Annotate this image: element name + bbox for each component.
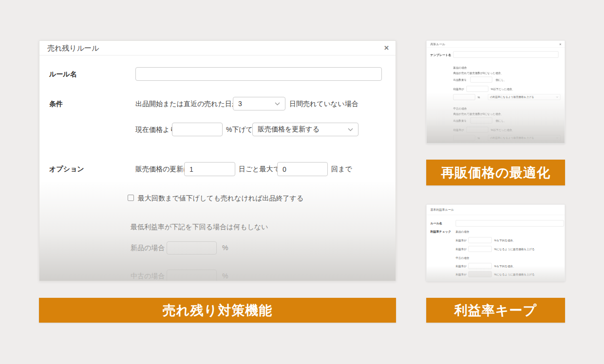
resale-used-action-value: の利益率になるよう販売価格を上げる <box>490 136 534 140</box>
resale-used-profit-input[interactable] <box>467 127 489 133</box>
profit-used-below-suffix: %を下回る場合、 <box>494 263 516 270</box>
profit-rule-dialog: 基本利益率ルール ルール名 利益率チェック 新品の場合 利益率が %を下回る場合… <box>426 204 565 281</box>
close-icon[interactable]: ✕ <box>559 41 562 48</box>
update-interval-input[interactable] <box>184 162 235 176</box>
feature-overview-canvas: 売れ残りルール ✕ ルール名 条件 出品開始または直近の売れた日から 3 日間売… <box>0 0 604 364</box>
days-select[interactable]: 3 <box>233 97 285 110</box>
profit-used-raise-suffix: %になるように販売価格を上げる <box>494 271 535 278</box>
resale-new-percent-unit: % <box>478 94 480 101</box>
profit-rule-name-label: ルール名 <box>431 220 442 227</box>
end-listing-checkbox-label: 最大回数まで値下げしても売れなければ出品終了する <box>138 193 303 203</box>
option-label: オプション <box>49 162 84 176</box>
price-action-select[interactable]: 販売価格を更新する <box>252 123 359 136</box>
price-suffix-text: %下げて <box>226 123 253 136</box>
price-prefix-text: 現在価格より <box>135 123 177 136</box>
resale-new-qty-suffix: 個にし、 <box>496 76 507 83</box>
profit-new-raise-input[interactable] <box>469 246 492 252</box>
resale-used-sold-note: 商品が売れて販売個数が0になった場合、 <box>453 111 504 117</box>
resale-used-percent-unit: % <box>478 135 480 142</box>
template-name-input[interactable] <box>453 52 559 58</box>
resale-used-qty-prefix: 出品数量を <box>453 117 467 124</box>
resale-rule-dialog: 再販ルール ✕ テンプレート名 新品の場合 商品が売れて販売個数が0になった場合… <box>426 40 565 144</box>
update-suffix-text: 回まで <box>331 162 352 176</box>
resale-new-case-label: 新品の場合 <box>453 65 467 71</box>
condition-suffix-text: 日間売れていない場合 <box>289 97 359 110</box>
resale-banner-label: 再販価格の最適化 <box>441 164 550 182</box>
resale-new-qty-prefix: 出品数量を <box>453 76 467 83</box>
profit-used-below-prefix: 利益率が <box>456 263 467 270</box>
new-case-unit: % <box>222 243 228 253</box>
resale-new-sold-note: 商品が売れて販売個数が0になった場合、 <box>453 71 504 76</box>
resale-used-qty-suffix: 個にし、 <box>496 117 507 124</box>
unsold-banner: 売れ残り対策機能 <box>39 298 396 323</box>
chevron-down-icon <box>275 102 280 106</box>
template-name-label: テンプレート名 <box>431 52 452 58</box>
min-profit-note: 最低利益率が下記を下回る場合は何もしない <box>131 222 268 232</box>
resale-used-target-input[interactable] <box>453 135 475 141</box>
resale-new-profit-prefix: 利益率が <box>453 86 464 92</box>
new-case-label: 新品の場合 <box>131 243 165 253</box>
resale-used-profit-suffix: %以下だった場合、 <box>491 127 515 133</box>
profit-check-label: 利益率チェック <box>431 229 452 235</box>
resale-new-qty-input[interactable] <box>471 77 492 83</box>
update-mid-text: 日ごと最大で <box>239 162 280 176</box>
profit-new-raise-prefix: 利益率が <box>456 246 467 253</box>
profit-used-below-input[interactable] <box>469 263 492 269</box>
used-case-percent-input[interactable] <box>167 270 217 281</box>
resale-used-case-label: 中古の場合 <box>453 106 467 111</box>
unsold-rule-dialog: 売れ残りルール ✕ ルール名 条件 出品開始または直近の売れた日から 3 日間売… <box>39 40 396 281</box>
days-select-value: 3 <box>238 100 242 108</box>
rule-name-label: ルール名 <box>49 69 77 79</box>
condition-prefix-text: 出品開始または直近の売れた日から <box>135 97 246 110</box>
resale-new-target-input[interactable] <box>453 94 475 100</box>
resale-dialog-wrapper: 再販ルール ✕ テンプレート名 新品の場合 商品が売れて販売個数が0になった場合… <box>426 40 565 144</box>
resale-banner: 再販価格の最適化 <box>426 160 565 185</box>
unsold-banner-label: 売れ残り対策機能 <box>163 302 272 319</box>
resale-dialog-header: 再販ルール ✕ <box>427 41 565 48</box>
profit-banner: 利益率キープ <box>426 298 565 323</box>
chevron-down-icon <box>556 96 559 98</box>
resale-new-action-value: の利益率になるよう販売価格を上げる <box>490 95 534 99</box>
profit-dialog-header: 基本利益率ルール <box>427 205 565 216</box>
condition-label: 条件 <box>49 97 63 110</box>
resale-dialog-title: 再販ルール <box>431 41 445 48</box>
resale-new-profit-input[interactable] <box>467 86 489 92</box>
profit-new-below-prefix: 利益率が <box>456 237 467 244</box>
unsold-dialog-title: 売れ残りルール <box>47 41 99 55</box>
profit-banner-label: 利益率キープ <box>454 302 537 319</box>
profit-dialog-title: 基本利益率ルール <box>431 205 454 215</box>
profit-new-raise-suffix: %になるように販売価格を上げる <box>494 246 535 253</box>
profit-rule-name-input[interactable] <box>456 220 564 227</box>
resale-used-action-select[interactable]: の利益率になるよう販売価格を上げる <box>488 135 561 141</box>
resale-used-profit-prefix: 利益率が <box>453 127 464 133</box>
resale-new-action-select[interactable]: の利益率になるよう販売価格を上げる <box>488 94 561 100</box>
resale-used-qty-input[interactable] <box>471 118 492 124</box>
profit-new-case-label: 新品の場合 <box>456 229 470 235</box>
price-action-value: 販売価格を更新する <box>258 125 320 134</box>
rule-name-input[interactable] <box>135 67 382 81</box>
profit-new-below-suffix: %を下回る場合、 <box>494 237 516 244</box>
profit-used-case-label: 中古の場合 <box>456 255 470 261</box>
update-max-input[interactable] <box>277 162 328 176</box>
new-case-percent-input[interactable] <box>167 241 217 255</box>
profit-dialog-wrapper: 基本利益率ルール ルール名 利益率チェック 新品の場合 利益率が %を下回る場合… <box>426 204 565 281</box>
profit-used-raise-prefix: 利益率が <box>456 271 467 278</box>
used-case-unit: % <box>222 271 228 281</box>
chevron-down-icon <box>348 128 353 131</box>
close-icon[interactable]: ✕ <box>384 41 389 55</box>
profit-used-raise-input[interactable] <box>469 272 492 277</box>
resale-new-profit-suffix: %以下だった場合、 <box>491 86 515 92</box>
percent-down-input[interactable] <box>172 123 223 136</box>
end-listing-checkbox[interactable] <box>128 195 134 201</box>
used-case-label: 中古の場合 <box>131 271 165 281</box>
unsold-dialog-header: 売れ残りルール ✕ <box>39 41 396 55</box>
profit-new-below-input[interactable] <box>469 237 492 243</box>
chevron-down-icon <box>556 137 559 139</box>
update-prefix-text: 販売価格の更新は <box>135 162 190 176</box>
